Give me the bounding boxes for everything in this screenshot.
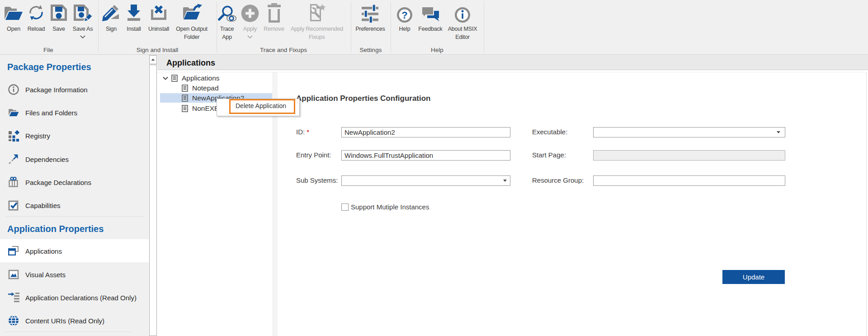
svg-text:?: ? <box>401 9 407 21</box>
